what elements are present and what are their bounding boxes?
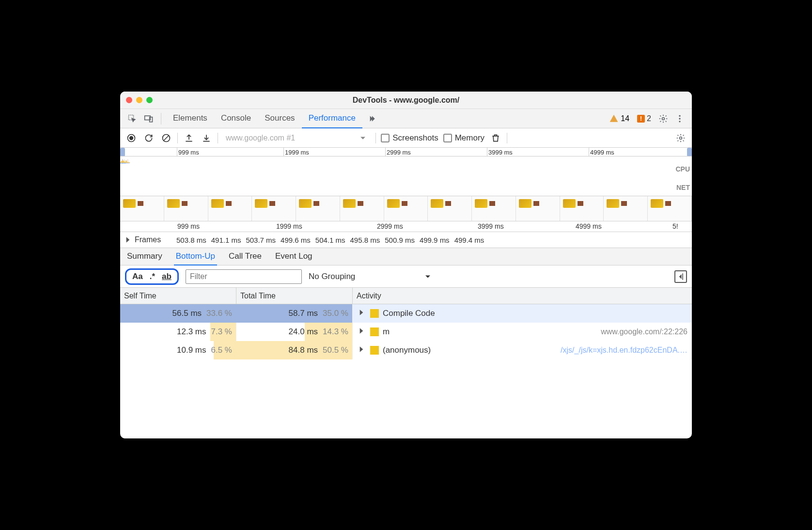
detail-tick: 999 ms xyxy=(177,222,200,230)
screenshot-thumb[interactable] xyxy=(516,196,560,221)
inspect-element-icon[interactable] xyxy=(125,111,140,126)
activity-color-box xyxy=(370,346,379,355)
toggle-sidebar-button[interactable] xyxy=(674,270,687,283)
screenshot-thumb[interactable] xyxy=(384,196,428,221)
expand-chevron-icon[interactable] xyxy=(357,344,366,357)
col-activity[interactable]: Activity xyxy=(353,288,692,304)
detail-tab-call-tree[interactable]: Call Tree xyxy=(227,248,264,265)
col-self-time[interactable]: Self Time xyxy=(120,288,236,304)
expand-chevron-icon[interactable] xyxy=(357,308,366,320)
minimize-window-button[interactable] xyxy=(136,97,142,103)
frame-time-value: 499.9 ms xyxy=(420,236,450,244)
tab-sources[interactable]: Sources xyxy=(258,109,301,128)
detail-tick: 5! xyxy=(672,222,678,230)
close-window-button[interactable] xyxy=(126,97,132,103)
frames-label: Frames xyxy=(135,235,161,244)
overview-tick: 3999 ms xyxy=(488,149,513,156)
screenshot-thumb[interactable] xyxy=(340,196,384,221)
screenshot-thumb[interactable] xyxy=(208,196,252,221)
screenshot-thumb[interactable] xyxy=(472,196,516,221)
issues-count: 2 xyxy=(647,114,651,123)
grouping-selector[interactable]: No Grouping xyxy=(309,272,433,281)
tab-console[interactable]: Console xyxy=(214,109,258,128)
overview-tick: 1999 ms xyxy=(285,149,309,156)
kebab-menu-icon[interactable] xyxy=(672,111,687,126)
screenshot-thumb[interactable] xyxy=(648,196,692,221)
cpu-label: CPU xyxy=(675,165,690,173)
screenshots-checkbox[interactable]: Screenshots xyxy=(381,133,438,143)
warnings-badge[interactable]: 14 xyxy=(606,114,632,124)
detail-tab-summary[interactable]: Summary xyxy=(125,248,164,265)
detail-tick: 3999 ms xyxy=(478,222,504,230)
detail-tick: 2999 ms xyxy=(377,222,403,230)
tab-elements[interactable]: Elements xyxy=(166,109,214,128)
table-header: Self Time Total Time Activity xyxy=(120,288,692,304)
issues-badge[interactable]: ! 2 xyxy=(634,114,654,123)
screenshot-thumb[interactable] xyxy=(604,196,648,221)
settings-gear-icon[interactable] xyxy=(656,111,671,126)
upload-profile-button[interactable] xyxy=(183,132,195,144)
activity-color-box xyxy=(370,309,379,318)
overview-tick: 999 ms xyxy=(178,149,199,156)
cpu-overview-graph xyxy=(120,156,188,187)
capture-settings-gear-icon[interactable] xyxy=(674,132,687,144)
more-tabs-chevron-icon[interactable] xyxy=(364,111,379,126)
expand-chevron-icon[interactable] xyxy=(357,326,366,338)
self-time-value: 56.5 ms xyxy=(172,309,202,318)
detail-ruler: 999 ms1999 ms2999 ms3999 ms4999 ms5! xyxy=(120,221,692,232)
frame-time-value: 503.8 ms xyxy=(176,236,206,244)
expand-chevron-icon[interactable] xyxy=(123,235,133,245)
table-row[interactable]: 56.5 ms33.6 %58.7 ms35.0 %Compile Code xyxy=(120,304,692,323)
detail-tab-event-log[interactable]: Event Log xyxy=(273,248,314,265)
timeline-overview[interactable]: 999 ms1999 ms2999 ms3999 ms4999 ms CPU N… xyxy=(120,148,692,196)
frame-time-value: 499.4 ms xyxy=(454,236,484,244)
regex-button[interactable]: .* xyxy=(150,272,155,281)
frame-time-value: 499.6 ms xyxy=(281,236,311,244)
total-time-pct: 35.0 % xyxy=(323,309,348,318)
net-label: NET xyxy=(676,184,690,191)
session-selector[interactable]: www.google.com #1 xyxy=(223,133,371,143)
whole-word-button[interactable]: ab xyxy=(162,272,172,281)
memory-checkbox[interactable]: Memory xyxy=(443,133,484,143)
frame-time-value: 495.8 ms xyxy=(350,236,380,244)
svg-point-8 xyxy=(130,136,133,140)
traffic-lights xyxy=(126,97,153,103)
detail-tick: 4999 ms xyxy=(576,222,602,230)
screenshot-thumb[interactable] xyxy=(164,196,208,221)
table-row[interactable]: 12.3 ms7.3 %24.0 ms14.3 %mwww.google.com… xyxy=(120,323,692,341)
self-time-value: 12.3 ms xyxy=(177,327,206,337)
screenshot-thumb[interactable] xyxy=(296,196,340,221)
screenshot-thumb[interactable] xyxy=(560,196,604,221)
svg-point-3 xyxy=(662,117,665,120)
screenshot-thumb[interactable] xyxy=(120,196,164,221)
activity-source-link[interactable]: /xjs/_/js/k=xjs.hd.en.fdzp62cEnDA.… xyxy=(561,346,687,355)
record-button[interactable] xyxy=(125,132,138,144)
match-case-button[interactable]: Aa xyxy=(132,272,143,281)
performance-toolbar: www.google.com #1 Screenshots Memory xyxy=(120,128,692,148)
frame-time-value: 491.1 ms xyxy=(211,236,241,244)
delete-profile-button[interactable] xyxy=(489,132,502,144)
frame-time-value: 503.7 ms xyxy=(246,236,276,244)
download-profile-button[interactable] xyxy=(200,132,213,144)
activity-source-link[interactable]: www.google.com/:22:226 xyxy=(601,327,687,336)
table-body: 56.5 ms33.6 %58.7 ms35.0 %Compile Code12… xyxy=(120,304,692,359)
table-row[interactable]: 10.9 ms6.5 %84.8 ms50.5 %(anonymous)/xjs… xyxy=(120,341,692,359)
self-time-pct: 33.6 % xyxy=(206,309,232,318)
total-time-value: 58.7 ms xyxy=(289,309,318,318)
overview-tick: 4999 ms xyxy=(590,149,614,156)
screenshot-thumb[interactable] xyxy=(252,196,296,221)
screenshot-filmstrip[interactable] xyxy=(120,196,692,221)
clear-button[interactable] xyxy=(160,132,172,144)
reload-record-button[interactable] xyxy=(142,132,155,144)
device-toggle-icon[interactable] xyxy=(141,111,156,126)
col-total-time[interactable]: Total Time xyxy=(236,288,353,304)
maximize-window-button[interactable] xyxy=(146,97,153,103)
filter-input[interactable] xyxy=(186,269,302,284)
total-time-value: 84.8 ms xyxy=(289,345,318,355)
activity-name: (anonymous) xyxy=(383,345,431,355)
frames-track[interactable]: Frames 503.8 ms491.1 ms503.7 ms499.6 ms5… xyxy=(120,232,692,248)
detail-tab-bottom-up[interactable]: Bottom-Up xyxy=(174,248,217,265)
tab-performance[interactable]: Performance xyxy=(302,109,362,128)
screenshot-thumb[interactable] xyxy=(428,196,472,221)
grouping-label: No Grouping xyxy=(309,272,355,281)
